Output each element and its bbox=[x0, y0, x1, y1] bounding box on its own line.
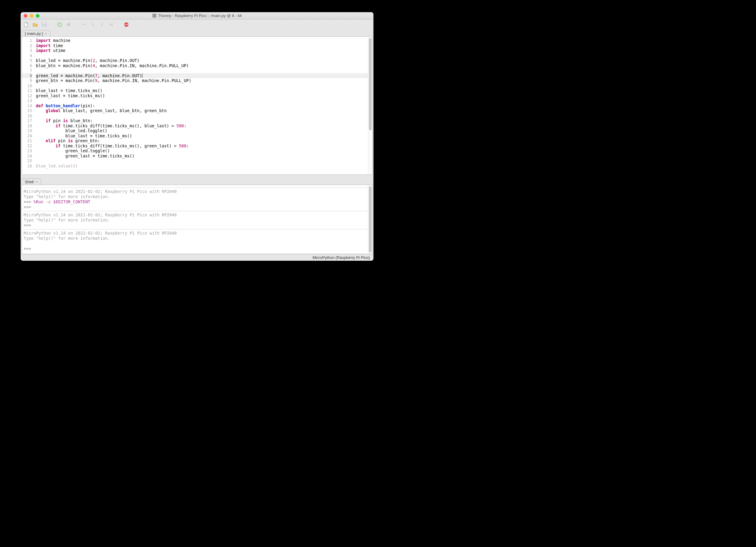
code-line[interactable] bbox=[36, 68, 372, 73]
svg-rect-3 bbox=[43, 23, 46, 24]
code-line[interactable]: green_last = time.ticks_ms() bbox=[36, 153, 372, 159]
app-icon bbox=[152, 14, 156, 18]
shell-line: >>> bbox=[24, 204, 370, 210]
code-line[interactable]: import machine bbox=[36, 38, 372, 43]
line-number: 5 bbox=[22, 58, 32, 63]
toolbar: STOP bbox=[21, 19, 373, 30]
shell-line: >>> bbox=[24, 246, 370, 251]
close-shell-tab-icon[interactable]: × bbox=[36, 180, 38, 184]
line-number: 26 bbox=[22, 163, 32, 169]
line-number: 1 bbox=[22, 38, 32, 43]
scrollbar-thumb[interactable] bbox=[369, 38, 372, 130]
editor[interactable]: 1234567891011121314151617181920212223242… bbox=[22, 36, 373, 175]
shell-separator bbox=[24, 187, 370, 188]
editor-gutter: 1234567891011121314151617181920212223242… bbox=[22, 37, 34, 174]
debug-button[interactable] bbox=[66, 22, 72, 28]
svg-marker-17 bbox=[110, 23, 112, 26]
code-line[interactable]: elif pin is green_btn: bbox=[36, 138, 372, 143]
code-line[interactable] bbox=[36, 83, 372, 88]
run-button[interactable] bbox=[56, 22, 63, 28]
code-line[interactable]: import utime bbox=[36, 48, 372, 53]
shell[interactable]: MicroPython v1.14 on 2021-02-02; Raspber… bbox=[22, 185, 373, 254]
shell-line: Type "help()" for more information. bbox=[24, 194, 370, 199]
close-window-button[interactable] bbox=[24, 14, 27, 18]
editor-code[interactable]: import machineimport timeimport utimeblu… bbox=[34, 37, 372, 174]
code-line[interactable] bbox=[36, 53, 372, 58]
step-out-button[interactable] bbox=[99, 22, 105, 28]
window-title-text: Thonny - Raspberry Pi Pico :: /main.py @… bbox=[158, 13, 242, 18]
save-file-button[interactable] bbox=[41, 22, 47, 28]
text-cursor bbox=[142, 73, 142, 78]
code-line[interactable]: blue_led.value(0) bbox=[36, 163, 372, 169]
code-line[interactable]: blue_last = time.ticks_ms() bbox=[36, 88, 372, 93]
code-line[interactable]: if time.ticks_diff(time.ticks_ms(), gree… bbox=[36, 143, 372, 149]
line-number: 15 bbox=[22, 108, 32, 113]
minimize-window-button[interactable] bbox=[30, 14, 33, 18]
code-line[interactable]: green_last = time.ticks_ms() bbox=[36, 93, 372, 98]
resume-button[interactable] bbox=[108, 22, 114, 28]
svg-rect-18 bbox=[112, 23, 113, 26]
svg-line-10 bbox=[67, 23, 68, 24]
code-line[interactable]: green_led.toggle() bbox=[36, 148, 372, 153]
code-line[interactable]: green_led = machine.Pin(7, machine.Pin.O… bbox=[36, 73, 372, 78]
svg-text:STOP: STOP bbox=[124, 24, 128, 26]
code-line[interactable]: green_btn = machine.Pin(9, machine.Pin.I… bbox=[36, 78, 372, 83]
code-line[interactable]: import time bbox=[36, 43, 372, 48]
svg-marker-16 bbox=[101, 23, 103, 24]
svg-rect-4 bbox=[43, 25, 45, 26]
tab-label: [ main.py ] bbox=[25, 31, 43, 36]
tab-label: Shell bbox=[25, 179, 34, 184]
shell-separator bbox=[24, 229, 370, 229]
editor-scrollbar[interactable] bbox=[368, 37, 372, 174]
line-number: 3 bbox=[22, 48, 32, 53]
line-number: 4 bbox=[22, 53, 32, 58]
tab-main-py[interactable]: [ main.py ] × bbox=[22, 30, 50, 37]
close-tab-icon[interactable]: × bbox=[45, 32, 47, 36]
code-line[interactable]: blue_led = machine.Pin(2, machine.Pin.OU… bbox=[36, 58, 372, 63]
scrollbar-thumb[interactable] bbox=[369, 186, 372, 252]
titlebar: Thonny - Raspberry Pi Pico :: /main.py @… bbox=[21, 12, 373, 19]
code-line[interactable] bbox=[36, 158, 372, 163]
line-number: 2 bbox=[22, 43, 32, 48]
shell-line: >>> bbox=[24, 223, 370, 228]
editor-tabs: [ main.py ] × bbox=[21, 30, 373, 36]
line-number: 20 bbox=[22, 133, 32, 138]
line-number: 9 bbox=[22, 78, 32, 83]
interpreter-label[interactable]: MicroPython (Raspberry Pi Pico) bbox=[312, 255, 370, 260]
shell-line: MicroPython v1.14 on 2021-02-02; Raspber… bbox=[24, 212, 370, 217]
svg-marker-14 bbox=[92, 25, 94, 26]
line-number: 24 bbox=[22, 153, 32, 159]
line-number: 17 bbox=[22, 118, 32, 123]
step-over-button[interactable] bbox=[81, 22, 87, 28]
maximize-window-button[interactable] bbox=[36, 14, 39, 18]
code-line[interactable]: if pin is blue_btn: bbox=[36, 118, 372, 123]
code-line[interactable]: if time.ticks_diff(time.ticks_ms(), blue… bbox=[36, 123, 372, 128]
line-number: 22 bbox=[22, 143, 32, 149]
traffic-lights bbox=[21, 14, 39, 18]
code-line[interactable]: def button_handler(pin): bbox=[36, 103, 372, 108]
line-number: 19 bbox=[22, 128, 32, 133]
tab-shell[interactable]: Shell × bbox=[22, 178, 41, 185]
window-title: Thonny - Raspberry Pi Pico :: /main.py @… bbox=[21, 13, 373, 18]
line-number: 10 bbox=[22, 83, 32, 88]
shell-line: Type "help()" for more information. bbox=[24, 236, 370, 241]
line-number: 6 bbox=[22, 63, 32, 68]
step-into-button[interactable] bbox=[90, 22, 96, 28]
line-number: 16 bbox=[22, 113, 32, 118]
code-line[interactable]: global blue_last, green_last, blue_btn, … bbox=[36, 108, 372, 113]
code-line[interactable]: blue_btn = machine.Pin(4, machine.Pin.IN… bbox=[36, 63, 372, 68]
new-file-button[interactable] bbox=[23, 22, 29, 28]
code-line[interactable]: blue_led.toggle() bbox=[36, 128, 372, 133]
shell-scrollbar[interactable] bbox=[368, 185, 372, 254]
line-number: 23 bbox=[22, 148, 32, 153]
line-number: 25 bbox=[22, 158, 32, 163]
open-file-button[interactable] bbox=[32, 22, 38, 28]
line-number: 12 bbox=[22, 93, 32, 98]
line-number: 18 bbox=[22, 123, 32, 128]
shell-line bbox=[24, 241, 370, 246]
stop-button[interactable]: STOP bbox=[123, 22, 129, 28]
code-line[interactable] bbox=[36, 98, 372, 103]
line-number: 21 bbox=[22, 138, 32, 143]
code-line[interactable]: blue_last = time.ticks_ms() bbox=[36, 133, 372, 138]
code-line[interactable] bbox=[36, 113, 372, 118]
